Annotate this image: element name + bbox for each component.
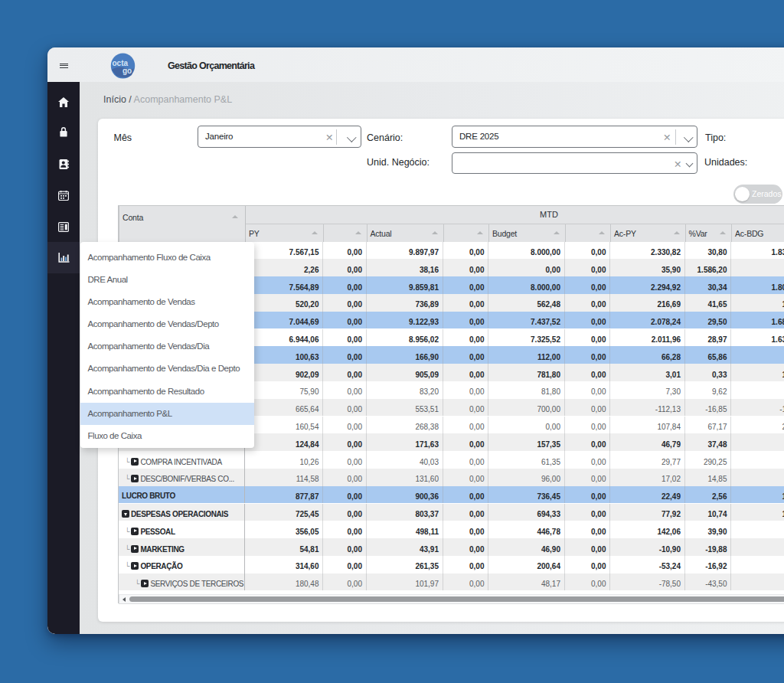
svg-text:go: go bbox=[122, 66, 132, 74]
